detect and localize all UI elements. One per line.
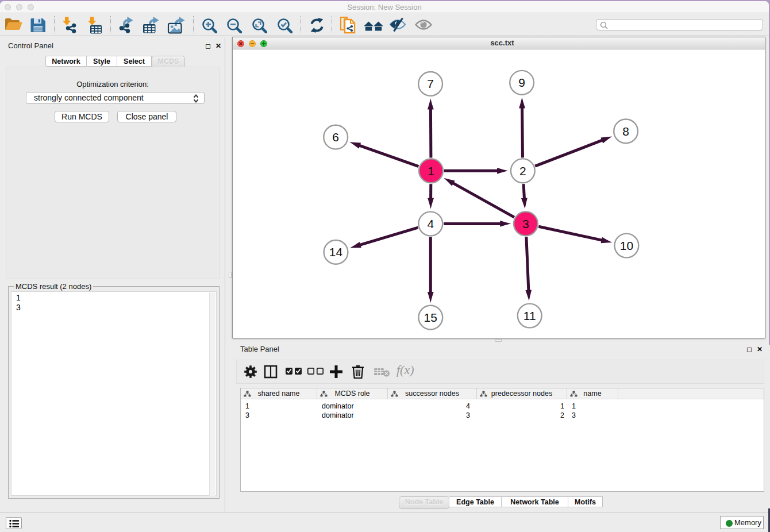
svg-text:14: 14 (329, 245, 343, 259)
svg-text:11: 11 (523, 309, 536, 322)
svg-text:3: 3 (522, 217, 529, 230)
svg-text:4: 4 (427, 217, 434, 230)
svg-text:15: 15 (424, 311, 437, 324)
svg-text:6: 6 (332, 130, 339, 144)
svg-text:2: 2 (519, 164, 526, 178)
svg-text:1: 1 (428, 164, 434, 178)
svg-text:8: 8 (622, 125, 629, 138)
svg-text:7: 7 (427, 77, 434, 90)
svg-text:10: 10 (620, 239, 633, 252)
svg-text:9: 9 (518, 76, 525, 89)
